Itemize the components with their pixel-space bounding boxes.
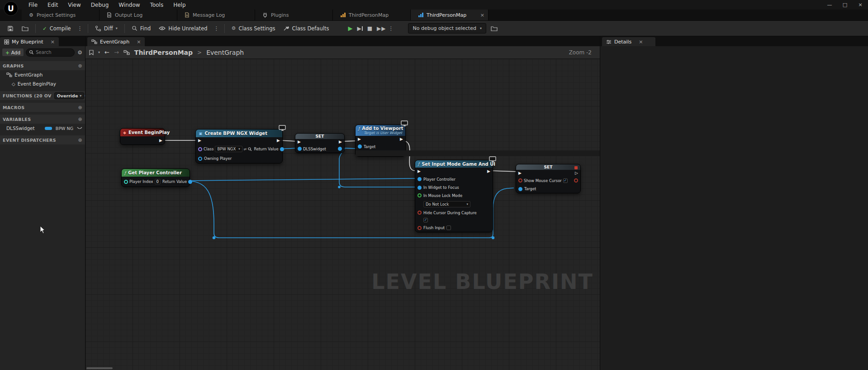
class-settings-button[interactable]: ⚙ Class Settings [228, 23, 279, 34]
close-tab-icon[interactable]: × [480, 12, 484, 18]
frame-skip-button[interactable]: ▶ [357, 25, 362, 32]
debug-object-select[interactable]: No debug object selected ▾ [408, 23, 486, 34]
graph-item-eventgraph[interactable]: EventGraph [0, 70, 85, 79]
compile-button[interactable]: ✓ Compile [39, 23, 75, 34]
diff-button[interactable]: Diff ▾ [91, 23, 121, 34]
return-value-pin[interactable] [280, 147, 284, 151]
hide-cursor-checkbox[interactable]: ✓ [423, 218, 428, 222]
tab-my-blueprint[interactable]: My Blueprint × [0, 37, 59, 46]
reroute-dot[interactable] [492, 236, 494, 239]
class-pin[interactable] [198, 147, 202, 151]
owning-player-pin[interactable] [198, 157, 202, 161]
close-panel-icon[interactable]: × [51, 39, 55, 45]
tab-project-settings[interactable]: ⚙ Project Settings [22, 10, 100, 20]
nav-forward-icon[interactable]: → [114, 49, 119, 56]
node-set-show-mouse-cursor[interactable]: SET ▶ ▷ Show Mouse Cursor ✓ [516, 164, 581, 193]
variable-out-pin[interactable] [574, 178, 578, 183]
override-dropdown[interactable]: Override ▾ [54, 92, 85, 99]
maximize-button[interactable]: □ [837, 2, 853, 8]
menu-help[interactable]: Help [168, 2, 190, 8]
section-macros[interactable]: MACROS ⊕ [0, 103, 85, 112]
add-graph-icon[interactable]: ⊕ [78, 63, 82, 69]
add-dispatcher-icon[interactable]: ⊕ [78, 137, 82, 143]
close-panel-icon[interactable]: × [639, 39, 643, 45]
menu-window[interactable]: Window [114, 2, 145, 8]
add-function-icon[interactable]: ⊕ [84, 93, 85, 99]
exec-in-pin[interactable]: ▶ [198, 139, 201, 143]
node-get-player-controller[interactable]: ƒ Get Player Controller Player Index 0 R… [121, 168, 190, 187]
debug-browse-button[interactable] [487, 23, 501, 34]
menu-edit[interactable]: Edit [43, 2, 63, 8]
browse-asset-button[interactable] [18, 23, 32, 34]
nav-back-icon[interactable]: ← [104, 49, 109, 56]
exec-out-pin[interactable]: ▶ [487, 169, 490, 173]
eye-closed-icon[interactable] [77, 126, 82, 130]
exec-out-pin[interactable]: ▶ [339, 140, 342, 144]
exec-out-pin[interactable]: ▷ [575, 171, 578, 175]
menu-debug[interactable]: Debug [86, 2, 114, 8]
save-button[interactable] [4, 23, 17, 34]
minimize-button[interactable]: — [822, 2, 837, 8]
compile-options-icon[interactable]: ⋮ [76, 25, 85, 32]
unreal-logo-icon[interactable]: U [4, 1, 18, 16]
reroute-dot[interactable] [213, 236, 215, 239]
section-variables[interactable]: VARIABLES ⊕ [0, 115, 85, 124]
panel-settings-icon[interactable]: ⚙ [76, 49, 83, 56]
node-add-to-viewport[interactable]: ƒ Add to Viewport Target is User Widget … [355, 125, 406, 157]
flush-input-pin[interactable] [417, 226, 422, 230]
hide-unrelated-button[interactable]: Hide Unrelated [155, 23, 211, 34]
tab-plugins[interactable]: Plugins [255, 10, 333, 20]
tab-output-log[interactable]: Output Log [100, 10, 177, 20]
return-value-pin[interactable] [188, 180, 192, 184]
menu-file[interactable]: File [24, 2, 43, 8]
hide-cursor-pin[interactable] [417, 211, 422, 215]
close-tab-icon[interactable]: × [137, 39, 141, 45]
node-set-dlsswidget[interactable]: SET ▶ ▶ DLSSwidget [295, 133, 345, 153]
hide-unrelated-options-icon[interactable]: ⋮ [212, 25, 221, 32]
find-button[interactable]: Find [128, 23, 155, 34]
exec-in-pin[interactable]: ▶ [358, 137, 361, 141]
menu-view[interactable]: View [63, 2, 85, 8]
menu-tools[interactable]: Tools [145, 2, 169, 8]
exec-in-pin[interactable]: ▶ [518, 171, 522, 175]
node-event-beginplay[interactable]: ◆ Event BeginPlay ▶ [120, 128, 165, 145]
breadcrumb-current[interactable]: EventGraph [206, 49, 244, 56]
target-pin[interactable] [518, 187, 522, 191]
horizontal-scrollbar-thumb[interactable] [86, 367, 113, 369]
play-options-icon[interactable]: ⋮ [386, 25, 395, 32]
exec-out-pin[interactable]: ▶ [277, 139, 280, 143]
search-input[interactable] [36, 50, 71, 55]
bookmark-icon[interactable] [89, 50, 94, 55]
tab-eventgraph[interactable]: EventGraph × [87, 37, 145, 46]
browse-icon[interactable] [248, 147, 252, 151]
variable-out-pin[interactable] [338, 147, 342, 151]
node-create-widget[interactable]: ▣ Create BPW NGX Widget ▶ ▶ Class BPW NG… [195, 129, 283, 163]
advance-button[interactable]: ▶▶ [377, 25, 385, 32]
exec-in-pin[interactable]: ▶ [417, 169, 421, 173]
breadcrumb-root[interactable]: ThirdPersonMap [134, 49, 193, 56]
section-event-dispatchers[interactable]: EVENT DISPATCHERS ⊕ [0, 135, 85, 144]
play-button[interactable]: ▶ [348, 25, 352, 32]
tab-details[interactable]: Details × [602, 37, 655, 46]
in-widget-to-focus-pin[interactable] [417, 186, 422, 190]
graph-canvas[interactable]: LEVEL BLUEPRINT [85, 59, 600, 370]
exec-in-pin[interactable]: ▶ [298, 140, 301, 144]
add-macro-icon[interactable]: ⊕ [78, 105, 82, 111]
player-index-pin[interactable] [124, 180, 128, 184]
bookmark-caret-icon[interactable]: ▾ [98, 50, 100, 54]
exec-out-pin[interactable]: ▶ [400, 137, 403, 141]
mouse-lock-mode-pin[interactable] [417, 193, 422, 197]
class-defaults-button[interactable]: Class Defaults [280, 23, 332, 34]
variable-in-pin[interactable] [298, 147, 302, 151]
section-graphs[interactable]: GRAPHS ⊕ [0, 61, 85, 70]
add-variable-icon[interactable]: ⊕ [78, 116, 82, 122]
target-pin[interactable] [358, 144, 362, 149]
section-functions[interactable]: FUNCTIONS (20 OV Override ▾ ⊕ [0, 91, 85, 100]
player-controller-pin[interactable] [417, 177, 422, 181]
use-selected-icon[interactable]: ⇄ [244, 147, 247, 151]
player-index-input[interactable]: 0 [155, 179, 161, 184]
tab-thirdpersonmap-1[interactable]: ThirdPersonMap [333, 10, 411, 20]
tab-thirdpersonmap-2[interactable]: ThirdPersonMap × [411, 10, 489, 20]
mouse-lock-select[interactable]: Do Not Lock ▾ [423, 201, 470, 207]
exec-out-pin[interactable]: ▶ [159, 139, 162, 143]
